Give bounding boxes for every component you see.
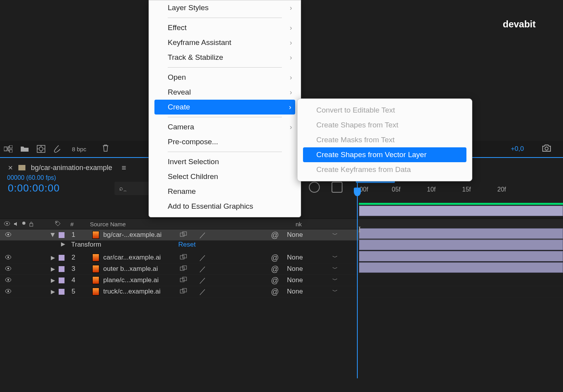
- chevron-down-icon[interactable]: ﹀: [332, 231, 338, 238]
- track-matte-icon[interactable]: ／: [199, 287, 206, 296]
- brush-icon[interactable]: [53, 145, 60, 153]
- chevron-down-icon[interactable]: ﹀: [332, 254, 338, 261]
- layer-name[interactable]: bg/car-...example.ai: [103, 231, 172, 239]
- mode-icon[interactable]: [180, 265, 187, 273]
- chevron-down-icon[interactable]: ﹀: [332, 265, 338, 272]
- parent-dropdown[interactable]: None: [287, 231, 303, 239]
- layer-duration-bar[interactable]: [359, 228, 563, 239]
- visibility-toggle-icon[interactable]: [5, 254, 11, 261]
- layer-name[interactable]: outer b...xample.ai: [103, 265, 172, 273]
- parent-pickwhip-icon[interactable]: @: [271, 253, 279, 262]
- menu-item[interactable]: Keyframe Assistant›: [149, 35, 301, 50]
- mode-icon[interactable]: [180, 254, 187, 261]
- menu-item[interactable]: Select Children: [149, 169, 301, 184]
- parent-pickwhip-icon[interactable]: @: [271, 276, 279, 285]
- menu-item[interactable]: Effect›: [149, 20, 301, 35]
- layer-duration-bar[interactable]: [359, 240, 563, 250]
- parent-pickwhip-icon[interactable]: @: [271, 265, 279, 274]
- layer-color-label[interactable]: [59, 232, 65, 238]
- layer-name[interactable]: plane/c...xample.ai: [103, 276, 172, 284]
- transform-label[interactable]: Transform: [71, 241, 101, 249]
- menu-item[interactable]: Open›: [149, 70, 301, 85]
- comp-tab-icon: [18, 165, 25, 170]
- menu-item[interactable]: Add to Essential Graphics: [149, 199, 301, 214]
- layer-duration-bar[interactable]: [359, 262, 563, 273]
- mode-icon[interactable]: [180, 231, 187, 239]
- twirl-icon[interactable]: ▶: [61, 241, 65, 247]
- twirl-icon[interactable]: ▶: [50, 233, 56, 237]
- menu-item[interactable]: Create›: [154, 100, 295, 115]
- menu-item[interactable]: Pre-compose...: [149, 134, 301, 149]
- layer-duration-bar[interactable]: [359, 206, 563, 216]
- parent-pickwhip-icon[interactable]: @: [271, 231, 279, 240]
- graph-editor-icon[interactable]: [332, 182, 342, 193]
- visibility-toggle-icon[interactable]: [5, 231, 11, 239]
- menu-item[interactable]: Rename: [149, 184, 301, 199]
- layer-color-label[interactable]: [59, 277, 65, 283]
- folder-icon[interactable]: [20, 145, 29, 152]
- track-matte-icon[interactable]: ／: [199, 276, 206, 285]
- reset-link[interactable]: Reset: [178, 241, 195, 249]
- layer-name[interactable]: car/car...example.ai: [103, 254, 172, 261]
- chevron-down-icon[interactable]: ﹀: [332, 277, 338, 284]
- twirl-icon[interactable]: ▶: [51, 266, 55, 272]
- frame-fps-info: 00000 (60.00 fps): [7, 174, 56, 181]
- work-area-bar[interactable]: [359, 203, 563, 205]
- watermark: devabit: [503, 19, 536, 30]
- layer-duration-bar[interactable]: [359, 251, 563, 261]
- mode-icon[interactable]: [180, 288, 187, 295]
- svg-point-7: [6, 223, 8, 224]
- svg-rect-26: [183, 277, 186, 281]
- track-matte-icon[interactable]: ／: [199, 265, 206, 274]
- current-timecode[interactable]: 0:00:00:00: [8, 182, 60, 194]
- layer-name[interactable]: truck/c...example.ai: [103, 288, 172, 295]
- svg-point-8: [22, 222, 25, 225]
- twirl-icon[interactable]: ▶: [51, 288, 55, 295]
- ai-file-icon: [92, 231, 99, 239]
- track-matte-icon[interactable]: ／: [199, 231, 206, 240]
- menu-item[interactable]: Invert Selection: [149, 154, 301, 169]
- playhead-handle[interactable]: [354, 188, 361, 196]
- layer-color-label[interactable]: [59, 289, 65, 295]
- menu-item[interactable]: Camera›: [149, 120, 301, 134]
- twirl-icon[interactable]: ▶: [51, 254, 55, 261]
- layer-color-label[interactable]: [59, 255, 65, 261]
- parent-pickwhip-icon[interactable]: @: [271, 287, 279, 296]
- layer-row[interactable]: ▶ 5 truck/c...example.ai ／ @ None ﹀: [0, 286, 563, 297]
- svg-point-12: [7, 234, 9, 235]
- comp-tab-name[interactable]: bg/car-animation-example: [31, 164, 112, 172]
- tag-column-icon: [55, 220, 61, 228]
- trash-icon[interactable]: [102, 144, 109, 154]
- chevron-down-icon[interactable]: ﹀: [332, 288, 338, 295]
- menu-item[interactable]: Reveal›: [149, 85, 301, 100]
- close-tab-icon[interactable]: ✕: [8, 164, 13, 172]
- parent-dropdown[interactable]: None: [287, 265, 303, 273]
- menu-item[interactable]: Layer Styles›: [149, 0, 301, 15]
- panel-menu-icon[interactable]: ≡: [122, 163, 126, 172]
- visibility-toggle-icon[interactable]: [5, 265, 11, 273]
- svg-point-20: [7, 268, 9, 269]
- svg-point-28: [7, 290, 9, 292]
- visibility-toggle-icon[interactable]: [5, 288, 11, 295]
- parent-dropdown[interactable]: None: [287, 254, 303, 261]
- track-matte-icon[interactable]: ／: [199, 253, 206, 262]
- twirl-icon[interactable]: ▶: [51, 277, 55, 283]
- ai-file-icon: [92, 265, 99, 273]
- menu-item-label: Effect: [168, 23, 186, 32]
- layer-color-label[interactable]: [59, 266, 65, 272]
- menu-item[interactable]: Track & Stabilize›: [149, 50, 301, 65]
- svg-rect-9: [30, 224, 33, 226]
- parent-dropdown[interactable]: None: [287, 288, 303, 295]
- parent-dropdown[interactable]: None: [287, 276, 303, 284]
- coordinate-readout: +0,0: [511, 145, 524, 153]
- submenu-item[interactable]: Create Shapes from Vector Layer: [303, 147, 466, 162]
- source-name-column-header[interactable]: Source Name: [90, 221, 126, 227]
- composition-icon[interactable]: [37, 145, 45, 153]
- visibility-toggle-icon[interactable]: [5, 276, 11, 284]
- layer-row[interactable]: ▶ 4 plane/c...xample.ai ／ @ None ﹀: [0, 275, 563, 286]
- bpc-indicator[interactable]: 8 bpc: [72, 146, 86, 152]
- mode-icon[interactable]: [180, 276, 187, 284]
- snapshot-icon[interactable]: [542, 144, 551, 154]
- shy-toggle-icon[interactable]: [309, 182, 320, 193]
- flowchart-icon[interactable]: [4, 145, 13, 152]
